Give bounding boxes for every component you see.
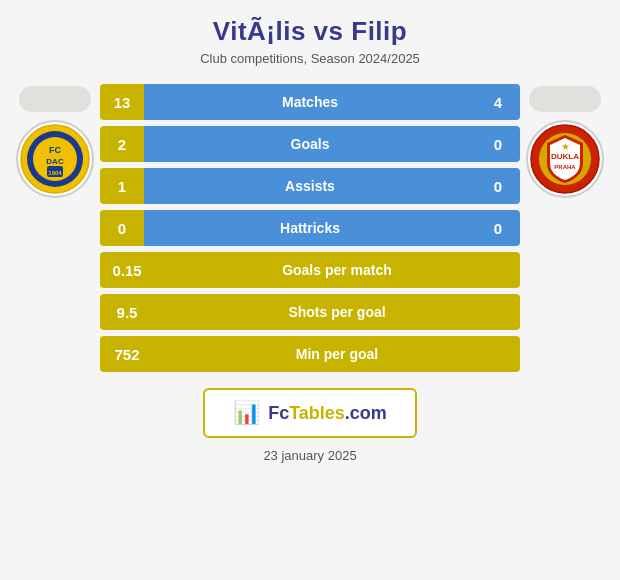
- min-per-goal-label: Min per goal: [154, 346, 520, 362]
- svg-text:PRAHA: PRAHA: [554, 164, 576, 170]
- matches-left-value: 13: [100, 84, 144, 120]
- svg-text:FC: FC: [49, 145, 61, 155]
- goals-right-value: 0: [476, 126, 520, 162]
- shots-per-goal-value: 9.5: [100, 304, 154, 321]
- assists-right-value: 0: [476, 168, 520, 204]
- hattricks-row: 0 Hattricks 0: [100, 210, 520, 246]
- header: VitÃ¡lis vs Filip Club competitions, Sea…: [190, 0, 430, 74]
- shots-per-goal-label: Shots per goal: [154, 304, 520, 320]
- stats-section: 13 Matches 4 2 Goals 0 1 Assists 0 0 Hat…: [100, 78, 520, 372]
- date-label: 23 january 2025: [263, 448, 356, 463]
- goals-label: Goals: [144, 126, 476, 162]
- left-logo-container: FC DAC 1904: [10, 78, 100, 198]
- svg-text:★: ★: [561, 141, 570, 152]
- match-title: VitÃ¡lis vs Filip: [200, 16, 420, 47]
- assists-row: 1 Assists 0: [100, 168, 520, 204]
- matches-label: Matches: [144, 84, 476, 120]
- goals-per-match-value: 0.15: [100, 262, 154, 279]
- goals-left-value: 2: [100, 126, 144, 162]
- goals-per-match-row: 0.15 Goals per match: [100, 252, 520, 288]
- goals-row: 2 Goals 0: [100, 126, 520, 162]
- matches-right-value: 4: [476, 84, 520, 120]
- assists-left-value: 1: [100, 168, 144, 204]
- watermark-text: FcTables.com: [268, 403, 387, 424]
- hattricks-right-value: 0: [476, 210, 520, 246]
- assists-label: Assists: [144, 168, 476, 204]
- watermark-section: 📊 FcTables.com 23 january 2025: [203, 388, 417, 463]
- left-team-logo: FC DAC 1904: [16, 120, 94, 198]
- right-team-logo: DUKLA PRAHA ★: [526, 120, 604, 198]
- hattricks-label: Hattricks: [144, 210, 476, 246]
- matches-row: 13 Matches 4: [100, 84, 520, 120]
- shots-per-goal-row: 9.5 Shots per goal: [100, 294, 520, 330]
- min-per-goal-value: 752: [100, 346, 154, 363]
- hattricks-left-value: 0: [100, 210, 144, 246]
- match-subtitle: Club competitions, Season 2024/2025: [200, 51, 420, 66]
- svg-text:DAC: DAC: [46, 157, 64, 166]
- watermark-chart-icon: 📊: [233, 400, 260, 426]
- min-per-goal-row: 752 Min per goal: [100, 336, 520, 372]
- watermark-box: 📊 FcTables.com: [203, 388, 417, 438]
- goals-per-match-label: Goals per match: [154, 262, 520, 278]
- svg-text:DUKLA: DUKLA: [551, 152, 579, 161]
- svg-text:1904: 1904: [48, 170, 62, 176]
- right-logo-container: DUKLA PRAHA ★: [520, 78, 610, 198]
